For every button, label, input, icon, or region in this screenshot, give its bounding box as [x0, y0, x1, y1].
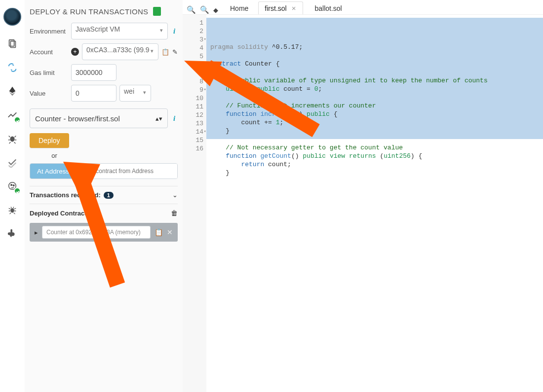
value-label: Value	[30, 90, 68, 97]
info-icon[interactable]: i	[171, 114, 178, 123]
environment-select[interactable]: JavaScript VM	[71, 23, 168, 39]
value-input[interactable]	[71, 85, 116, 102]
bug-icon[interactable]	[7, 204, 18, 215]
info-icon[interactable]: i	[171, 27, 178, 36]
select-caret-icon: ▴▾	[155, 115, 162, 122]
tests-icon[interactable]	[7, 157, 18, 168]
compile-icon[interactable]	[7, 62, 18, 73]
copy-instance-icon[interactable]: 📋	[155, 228, 163, 236]
eth-icon: ◆	[213, 6, 218, 14]
tab-bar: 🔍 🔍 ◆ Home first.sol × ballot.sol	[183, 0, 543, 15]
tab-ballot-sol[interactable]: ballot.sol	[308, 2, 349, 14]
icon-rail	[0, 0, 25, 392]
contract-select-value: Counter - browser/first.sol	[35, 114, 120, 123]
debugger-icon[interactable]	[7, 133, 18, 144]
trash-icon[interactable]: 🗑	[171, 209, 178, 217]
close-tab-icon[interactable]: ×	[292, 4, 296, 12]
zoom-out-icon[interactable]: 🔍	[187, 5, 196, 14]
annotation-arrow-icon	[183, 52, 326, 145]
chevron-down-icon[interactable]: ⌄	[172, 191, 178, 199]
doc-icon[interactable]	[153, 7, 161, 16]
deploy-button[interactable]: Deploy	[30, 133, 69, 148]
gas-profiler-icon[interactable]	[7, 180, 18, 191]
zoom-in-icon[interactable]: 🔍	[200, 5, 209, 14]
expand-instance-icon[interactable]: ▸	[35, 229, 38, 236]
environment-label: Environment	[30, 28, 68, 35]
tab-label: ballot.sol	[314, 4, 342, 12]
tab-home[interactable]: Home	[225, 2, 253, 14]
account-select[interactable]: 0xCA3...a733c (99.9	[82, 43, 158, 60]
panel-title: DEPLOY & RUN TRANSACTIONS	[30, 4, 178, 23]
deploy-icon[interactable]	[7, 86, 18, 97]
account-label: Account	[30, 48, 68, 56]
svg-point-2	[10, 136, 14, 142]
check-badge-icon	[14, 187, 21, 194]
panel-title-text: DEPLOY & RUN TRANSACTIONS	[30, 7, 148, 16]
tab-first-sol[interactable]: first.sol ×	[258, 1, 303, 14]
svg-point-5	[13, 185, 14, 186]
value-unit-select[interactable]: wei	[119, 85, 151, 102]
svg-point-6	[10, 208, 14, 213]
remix-logo-icon[interactable]	[3, 8, 21, 26]
annotation-arrow-icon	[53, 147, 142, 295]
edit-account-icon[interactable]: ✎	[172, 48, 178, 56]
svg-point-4	[11, 184, 12, 186]
analysis-icon[interactable]	[7, 109, 18, 120]
plugin-icon[interactable]	[7, 228, 18, 239]
add-account-icon[interactable]: +	[71, 48, 79, 56]
contract-select[interactable]: Counter - browser/first.sol ▴▾	[30, 108, 168, 128]
copy-account-icon[interactable]: 📋	[161, 48, 169, 56]
tab-label: first.sol	[265, 4, 286, 12]
gas-limit-label: Gas limit	[30, 69, 68, 76]
close-instance-icon[interactable]: ✕	[167, 228, 173, 236]
gas-limit-input[interactable]	[71, 64, 116, 81]
file-explorer-icon[interactable]	[7, 38, 18, 49]
check-badge-icon	[14, 116, 21, 123]
